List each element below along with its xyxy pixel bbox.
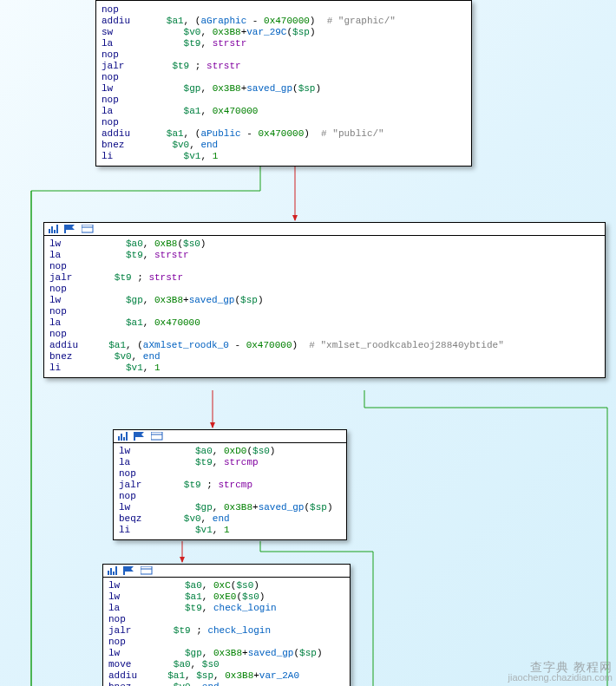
tok-txt: - (246, 16, 264, 26)
asm-line: lw $gp, 0x3B8+saved_gp($sp) (102, 83, 466, 95)
tok-txt: , ( (126, 340, 143, 350)
tok-id2: end (200, 140, 218, 150)
tok-mnem: nop (108, 637, 156, 648)
svg-rect-19 (141, 566, 152, 574)
svg-rect-7 (118, 436, 120, 441)
tok-reg: $t9 (167, 457, 213, 467)
tok-id2: var_2A0 (259, 670, 299, 681)
tok-id2: aPublic (200, 128, 240, 139)
tok-num: 0x3B8 (213, 83, 241, 94)
tok-mnem: nop (49, 329, 97, 340)
flag-icon (134, 432, 146, 441)
tok-txt: , (143, 363, 154, 373)
tok-id2: aGraphic (200, 16, 246, 26)
tok-mnem: nop (119, 468, 167, 480)
tok-num: 0x470000 (213, 106, 259, 116)
tok-txt: - (229, 340, 246, 350)
tok-reg: $sp (196, 670, 213, 681)
window-icon (151, 432, 163, 441)
svg-rect-16 (113, 572, 115, 575)
tok-mnem: bnez (108, 682, 156, 686)
tok-mnem: addiu (108, 670, 156, 682)
asm-line: nop (108, 637, 344, 648)
asm-line: addiu $a1, (aGraphic - 0x470000) # "grap… (102, 16, 466, 27)
svg-rect-4 (64, 225, 66, 233)
svg-rect-5 (82, 225, 93, 232)
tok-reg: $a1 (156, 591, 202, 602)
asm-line: lw $gp, 0x3B8+saved_gp($sp) (119, 502, 341, 513)
asm-line: nop (49, 261, 600, 272)
asm-line: lw $a0, 0xD0($s0) (119, 446, 341, 457)
tok-id2: end (143, 351, 161, 362)
tok-reg: $t9 (149, 38, 200, 49)
tok-txt: + (253, 670, 259, 681)
bar-chart-icon (108, 566, 118, 575)
tok-mnem: nop (102, 95, 149, 106)
tok-reg: $v1 (149, 151, 200, 161)
tok-num: 0x3B8 (213, 648, 242, 658)
svg-rect-3 (56, 225, 58, 233)
tok-txt: , (213, 446, 224, 456)
tok-id2: aXmlset_roodk_0 (143, 340, 229, 350)
asm-line: la $t9, strcmp (119, 457, 341, 468)
svg-rect-2 (54, 230, 56, 233)
tok-id2: saved_gp (246, 83, 292, 94)
tok-reg: $t9 (156, 625, 191, 636)
asm-line: jalr $t9 ; check_login (108, 625, 344, 637)
tok-txt: , (213, 525, 224, 535)
asm-line: jalr $t9 ; strcmp (119, 480, 341, 491)
tok-txt: ) (327, 502, 333, 513)
tok-reg: $a1 (149, 106, 200, 116)
svg-rect-14 (108, 571, 109, 575)
tok-txt: ) (258, 295, 264, 305)
tok-txt: , (185, 670, 196, 681)
asm-line: jalr $t9 ; strstr (102, 61, 466, 72)
tok-id: strstr (154, 250, 189, 260)
tok-txt: , ( (184, 128, 201, 139)
tok-mnem: nop (49, 261, 97, 272)
asm-line: addiu $a1, $sp, 0x3B8+var_2A0 (108, 670, 344, 682)
tok-id2: check_login (207, 625, 271, 636)
tok-num: 0x3B8 (154, 295, 183, 305)
tok-id2: saved_gp (248, 648, 294, 658)
asm-line: nop (119, 468, 341, 480)
bar-chart-icon (49, 225, 59, 233)
tok-num: 0x470000 (154, 317, 200, 328)
tok-mnem: jalr (49, 272, 97, 284)
tok-txt: ) (304, 128, 321, 139)
asm-line: lw $gp, 0x3B8+saved_gp($sp) (108, 648, 344, 659)
svg-rect-15 (110, 568, 112, 575)
tok-txt: + (252, 502, 259, 513)
tok-txt: , (191, 659, 202, 670)
tok-txt: ( (292, 83, 298, 94)
tok-reg: $v0 (97, 351, 132, 362)
tok-mnem: la (102, 106, 149, 117)
tok-txt: ) (200, 238, 206, 249)
asm-line: la $t9, check_login (108, 603, 344, 614)
asm-line: li $v1, 1 (102, 151, 466, 162)
tok-txt: ; (201, 480, 219, 490)
tok-mnem: nop (102, 117, 149, 128)
tok-txt: , (201, 513, 213, 524)
asm-line: nop (49, 306, 600, 317)
tok-num: 1 (154, 363, 161, 373)
tok-mnem: addiu (102, 128, 149, 140)
tok-txt: ) (259, 591, 265, 602)
tok-txt: , (213, 670, 225, 681)
tok-reg: $a1 (156, 670, 185, 681)
tok-reg: $gp (167, 502, 213, 513)
asm-line: li $v1, 1 (119, 525, 341, 536)
asm-line: nop (49, 329, 600, 340)
tok-reg: $t9 (97, 250, 143, 260)
tok-mnem: lw (102, 83, 149, 95)
svg-rect-8 (121, 434, 122, 441)
svg-rect-17 (115, 566, 117, 575)
tok-reg: $a0 (156, 659, 191, 670)
code-block-b1: nopaddiu $a1, (aGraphic - 0x470000) # "g… (95, 0, 472, 167)
tok-reg: $gp (149, 83, 200, 94)
tok-mnem: addiu (102, 16, 149, 27)
tok-mnem: nop (102, 4, 149, 16)
asm-line: bnez $v0, end (108, 682, 344, 686)
tok-mnem: la (119, 457, 167, 468)
tok-txt: , (143, 238, 154, 249)
